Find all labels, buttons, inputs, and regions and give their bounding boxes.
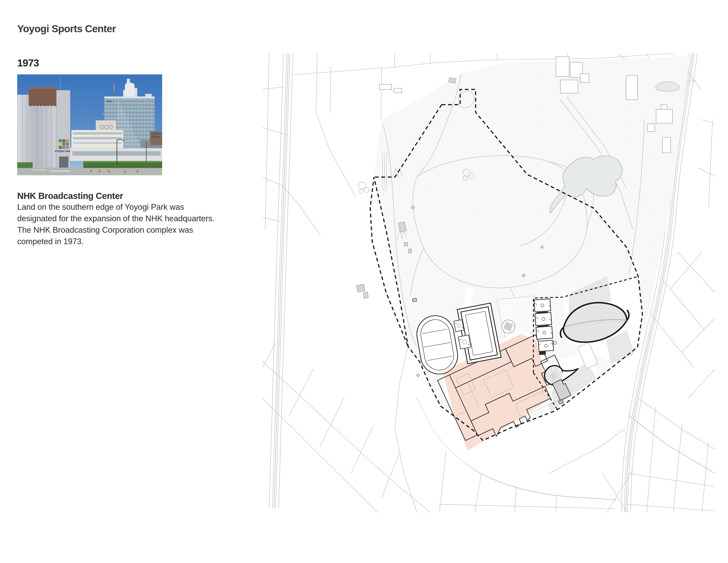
studio-park-sign: STUDIO PARK <box>55 150 73 152</box>
year-label: 1973 <box>17 57 39 69</box>
body-line: The NHK Broadcasting Corporation complex… <box>17 224 214 236</box>
round-plaza <box>502 320 515 333</box>
body-line: competed in 1973. <box>17 236 214 247</box>
body-line: Land on the southern edge of Yoyogi Park… <box>17 201 214 213</box>
body-text: Land on the southern edge of Yoyogi Park… <box>17 201 214 247</box>
page: Yoyogi Sports Center 1973 <box>0 0 728 563</box>
site-map <box>263 53 715 512</box>
body-line: designated for the expansion of the NHK … <box>17 213 214 224</box>
studio-park-mosaic <box>59 139 69 149</box>
nhk-photo: STUDIO PARK <box>17 74 162 175</box>
photo-caption: NHK Broadcasting Center <box>17 191 123 201</box>
page-title: Yoyogi Sports Center <box>17 23 116 35</box>
